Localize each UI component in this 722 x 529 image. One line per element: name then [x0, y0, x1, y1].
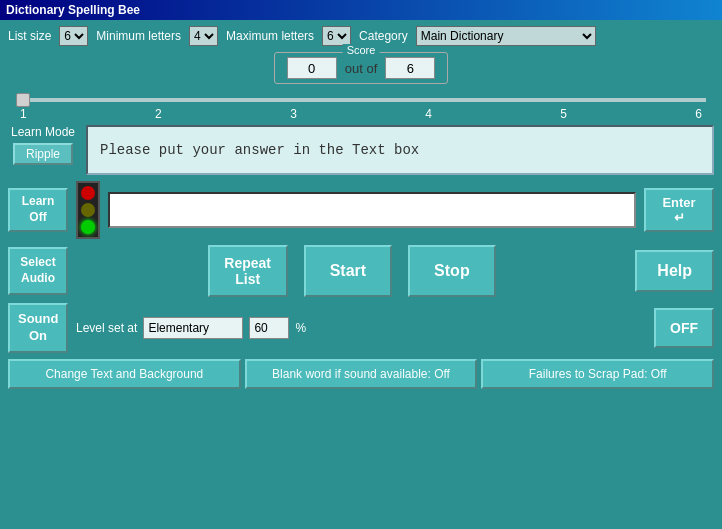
level-percent-input[interactable] [249, 317, 289, 339]
progress-slider-container: 1 2 3 4 5 6 [16, 90, 706, 121]
out-of-label: out of [345, 61, 378, 76]
score-label: Score [343, 44, 380, 56]
traffic-light [76, 181, 100, 239]
help-button[interactable]: Help [635, 250, 714, 292]
tick-2: 2 [155, 107, 162, 121]
app-title: Dictionary Spelling Bee [6, 3, 140, 17]
level-section: Level set at % [76, 317, 646, 339]
title-bar: Dictionary Spelling Bee [0, 0, 722, 20]
enter-button[interactable]: Enter ↵ [644, 188, 714, 232]
score-section: Score out of [274, 52, 449, 84]
answer-input[interactable] [108, 192, 636, 228]
select-audio-button[interactable]: SelectAudio [8, 247, 68, 294]
progress-slider[interactable] [16, 98, 706, 102]
tick-6: 6 [695, 107, 702, 121]
traffic-light-yellow [81, 203, 95, 217]
tick-3: 3 [290, 107, 297, 121]
percent-sign: % [295, 321, 306, 335]
category-label: Category [359, 29, 408, 43]
min-letters-select[interactable]: 4 356 [189, 26, 218, 46]
change-text-bg-button[interactable]: Change Text and Background [8, 359, 241, 389]
score-current[interactable] [287, 57, 337, 79]
start-button[interactable]: Start [304, 245, 392, 297]
blank-word-button[interactable]: Blank word if sound available: Off [245, 359, 478, 389]
failures-scrap-button[interactable]: Failures to Scrap Pad: Off [481, 359, 714, 389]
repeat-list-button[interactable]: RepeatList [208, 245, 288, 297]
traffic-light-red [81, 186, 95, 200]
tick-1: 1 [20, 107, 27, 121]
max-letters-label: Maximum letters [226, 29, 314, 43]
min-letters-label: Minimum letters [96, 29, 181, 43]
ripple-button[interactable]: Ripple [13, 143, 73, 165]
stop-button[interactable]: Stop [408, 245, 496, 297]
learn-mode-label: Learn Mode [11, 125, 75, 139]
category-select[interactable]: Main Dictionary Custom List [416, 26, 596, 46]
tick-5: 5 [560, 107, 567, 121]
level-set-label: Level set at [76, 321, 137, 335]
list-size-select[interactable]: 6 4578 [59, 26, 88, 46]
enter-label: Enter [662, 195, 695, 210]
tick-4: 4 [425, 107, 432, 121]
off-button[interactable]: OFF [654, 308, 714, 348]
sound-on-button[interactable]: SoundOn [8, 303, 68, 353]
message-box: Please put your answer in the Text box [86, 125, 714, 175]
traffic-light-green [81, 220, 95, 234]
learn-off-button[interactable]: LearnOff [8, 188, 68, 232]
list-size-label: List size [8, 29, 51, 43]
message-text: Please put your answer in the Text box [100, 142, 419, 158]
learn-mode-panel: Learn Mode Ripple [8, 125, 78, 175]
max-letters-select[interactable]: 6 4578 [322, 26, 351, 46]
enter-icon: ↵ [674, 210, 685, 225]
level-name-input[interactable] [143, 317, 243, 339]
score-total[interactable] [385, 57, 435, 79]
